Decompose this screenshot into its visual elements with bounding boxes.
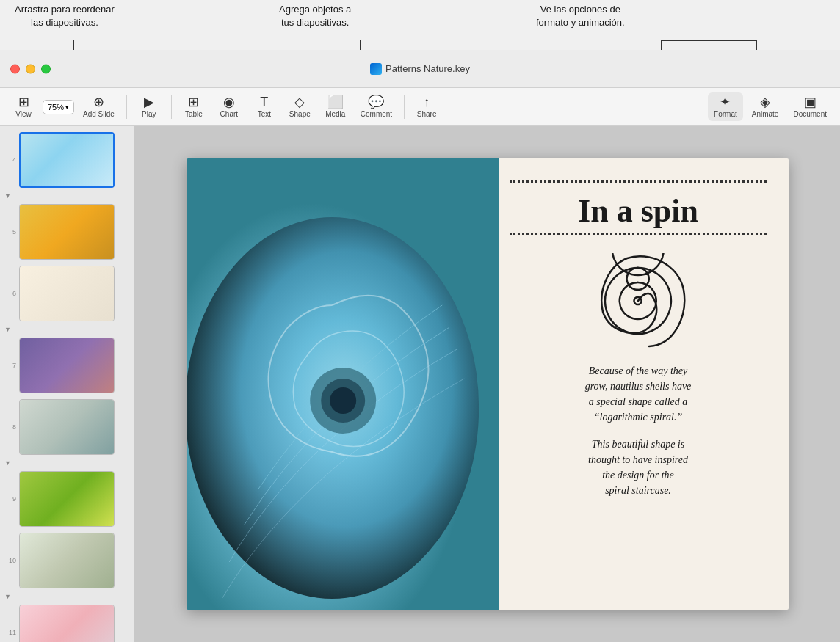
dotted-line-bottom — [510, 233, 767, 235]
document-icon: ▣ — [804, 95, 817, 109]
traffic-lights[interactable] — [10, 64, 51, 73]
spiral-svg-2 — [590, 253, 686, 349]
dotted-line-top — [510, 180, 767, 183]
slide-thumb-11[interactable] — [19, 605, 115, 642]
slide-panel[interactable]: 4 ▼ 5 6 — [0, 126, 135, 642]
slide-item-6[interactable]: 6 — [0, 263, 134, 324]
slide-image — [187, 158, 499, 610]
slide-canvas[interactable]: In a spin B — [187, 158, 789, 610]
collapse-icon-9: ▼ — [4, 459, 11, 467]
slide-item-11[interactable]: 11 — [0, 602, 134, 642]
format-button[interactable]: ✦ Format — [708, 92, 743, 121]
shell-svg — [187, 158, 499, 610]
toolbar-sep-1 — [126, 95, 127, 119]
chart-button[interactable]: ◉ Chart — [213, 92, 245, 121]
text-button[interactable]: T Text — [248, 92, 280, 121]
add-slide-icon: ⊕ — [93, 95, 104, 109]
slide-item-5[interactable]: 5 — [0, 201, 134, 263]
format-label: Format — [714, 110, 737, 118]
slide-item-7[interactable]: 7 — [0, 335, 134, 396]
chart-icon: ◉ — [223, 95, 235, 109]
slide-right-content: In a spin B — [488, 158, 789, 610]
toolbar-sep-2 — [171, 95, 172, 119]
comment-button[interactable]: 💬 Comment — [355, 92, 398, 121]
animate-button[interactable]: ◈ Animate — [746, 92, 785, 121]
slide-group-collapse-7[interactable]: ▼ — [0, 324, 134, 335]
main-area: 4 ▼ 5 6 — [0, 126, 840, 642]
add-slide-button[interactable]: ⊕ Add Slide — [77, 92, 120, 121]
minimize-button[interactable] — [26, 64, 35, 73]
maximize-button[interactable] — [41, 64, 51, 73]
slide-thumb-9[interactable] — [19, 471, 115, 527]
slide-item-8[interactable]: 8 — [0, 396, 134, 458]
chart-label: Chart — [220, 110, 238, 118]
zoom-value: 75% — [48, 103, 64, 112]
spiral-container — [510, 253, 767, 349]
comment-icon: 💬 — [368, 95, 384, 109]
slide-body-text-2: This beautiful shape is thought to have … — [510, 437, 767, 498]
play-button[interactable]: ▶ Play — [133, 92, 165, 121]
slide-thumb-6[interactable] — [19, 266, 115, 321]
add-slide-label: Add Slide — [83, 110, 115, 118]
slide-group-collapse-11[interactable]: ▼ — [0, 591, 134, 602]
slide-item-4[interactable]: 4 — [0, 129, 134, 191]
table-icon: ⊞ — [188, 95, 199, 109]
media-label: Media — [325, 110, 345, 118]
slide-thumb-5[interactable] — [19, 204, 115, 260]
canvas-area: In a spin B — [135, 126, 840, 642]
format-icon: ✦ — [720, 95, 731, 109]
collapse-icon-5: ▼ — [4, 192, 11, 200]
collapse-icon-7: ▼ — [4, 326, 11, 333]
document-label: Document — [793, 110, 827, 118]
close-button[interactable] — [10, 64, 20, 73]
text-label: Text — [258, 110, 271, 118]
slide-thumb-10[interactable] — [19, 533, 115, 588]
view-label: View — [15, 110, 32, 118]
keynote-app-icon — [370, 63, 382, 75]
collapse-icon-11: ▼ — [4, 593, 11, 600]
shape-label: Shape — [289, 110, 311, 118]
slide-item-9[interactable]: 9 — [0, 468, 134, 530]
animate-icon: ◈ — [760, 95, 770, 109]
slide-body-text-1: Because of the way they grow, nautilus s… — [510, 363, 767, 425]
slide-group-collapse-5[interactable]: ▼ — [0, 191, 134, 201]
share-button[interactable]: ↑ Share — [410, 92, 443, 121]
window-filename: Patterns Nature.key — [385, 63, 470, 74]
table-label: Table — [185, 110, 203, 118]
play-icon: ▶ — [144, 95, 154, 109]
toolbar: ⊞ View 75% ▾ ⊕ Add Slide ▶ Play ⊞ Table … — [0, 88, 840, 126]
document-button[interactable]: ▣ Document — [787, 92, 833, 121]
titlebar: Patterns Nature.key — [0, 50, 840, 88]
animate-label: Animate — [752, 110, 779, 118]
slide-thumb-7[interactable] — [19, 338, 115, 393]
media-icon: ⬜ — [327, 95, 344, 109]
toolbar-sep-3 — [404, 95, 405, 119]
play-label: Play — [142, 110, 156, 118]
comment-label: Comment — [361, 110, 392, 118]
slide-thumb-8[interactable] — [19, 399, 115, 455]
svg-point-4 — [330, 387, 356, 414]
slide-thumb-4[interactable] — [19, 132, 115, 188]
window-title: Patterns Nature.key — [370, 63, 470, 75]
zoom-chevron-icon: ▾ — [65, 103, 69, 111]
slide-item-10[interactable]: 10 — [0, 530, 134, 591]
table-button[interactable]: ⊞ Table — [178, 92, 210, 121]
shape-button[interactable]: ◇ Shape — [283, 92, 316, 121]
view-button[interactable]: ⊞ View — [7, 92, 40, 121]
media-button[interactable]: ⬜ Media — [319, 92, 352, 121]
zoom-button[interactable]: 75% ▾ — [43, 100, 74, 114]
share-icon: ↑ — [424, 95, 430, 109]
slide-group-collapse-9[interactable]: ▼ — [0, 458, 134, 468]
view-icon: ⊞ — [18, 95, 29, 109]
shape-icon: ◇ — [294, 95, 305, 109]
slide-title: In a spin — [510, 194, 767, 229]
text-icon: T — [260, 95, 268, 109]
share-label: Share — [417, 110, 437, 118]
